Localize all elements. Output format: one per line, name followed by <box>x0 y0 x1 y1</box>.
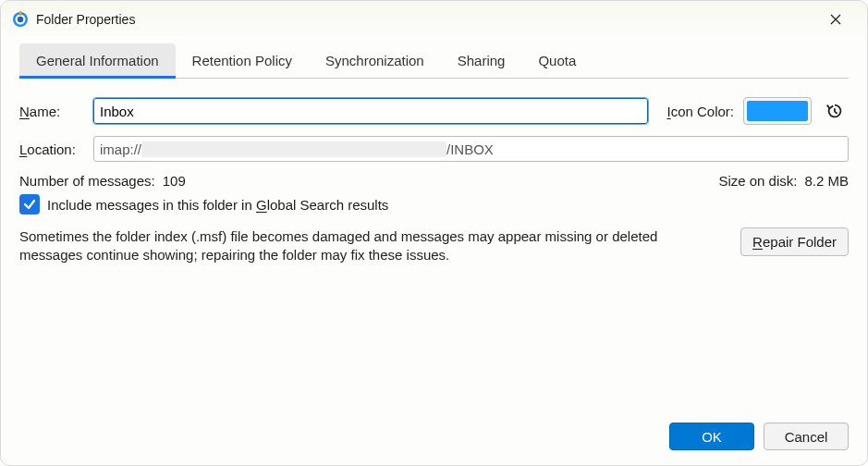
cancel-button[interactable]: Cancel <box>764 423 849 450</box>
location-field: imap://xxxxxxxxxxxxxxxxxxxxxx/INBOX <box>93 136 849 162</box>
name-input[interactable] <box>93 98 648 124</box>
tab-general-information[interactable]: General Information <box>19 43 176 78</box>
icon-color-label: Icon Color: <box>666 104 734 119</box>
reset-color-button[interactable] <box>821 97 849 125</box>
check-icon <box>23 198 36 211</box>
tab-bar: General Information Retention Policy Syn… <box>19 43 849 79</box>
close-button[interactable] <box>815 5 856 34</box>
svg-point-2 <box>18 17 23 22</box>
history-icon <box>825 101 845 121</box>
icon-color-picker[interactable] <box>743 97 812 125</box>
num-messages-label: Number of messages: <box>19 173 155 189</box>
app-icon <box>12 11 29 28</box>
include-global-search-checkbox[interactable] <box>19 194 40 215</box>
tab-synchronization[interactable]: Synchronization <box>309 43 441 78</box>
repair-folder-button[interactable]: Repair Folder <box>740 227 849 256</box>
size-on-disk-value: 8.2 MB <box>804 173 849 189</box>
svg-line-7 <box>835 112 837 114</box>
folder-properties-dialog: Folder Properties General Information Re… <box>0 0 868 466</box>
ok-button[interactable]: OK <box>669 423 754 450</box>
tab-retention-policy[interactable]: Retention Policy <box>176 43 309 78</box>
tab-quota[interactable]: Quota <box>521 43 593 78</box>
window-title: Folder Properties <box>36 12 815 27</box>
location-redacted: xxxxxxxxxxxxxxxxxxxxxx <box>141 141 446 157</box>
general-information-panel: Name: Icon Color: Location: <box>19 79 849 411</box>
icon-color-swatch <box>747 101 808 121</box>
dialog-footer: OK Cancel <box>1 411 867 465</box>
location-label: Location: <box>19 141 84 157</box>
name-label: Name: <box>19 104 84 119</box>
titlebar: Folder Properties <box>1 1 867 38</box>
repair-description: Sometimes the folder index (.msf) file b… <box>19 227 722 265</box>
include-global-search-label: Include messages in this folder in Globa… <box>47 197 388 213</box>
num-messages-value: 109 <box>163 173 186 189</box>
size-on-disk-label: Size on disk: <box>718 173 797 189</box>
tab-sharing[interactable]: Sharing <box>441 43 522 78</box>
svg-rect-3 <box>19 11 21 16</box>
